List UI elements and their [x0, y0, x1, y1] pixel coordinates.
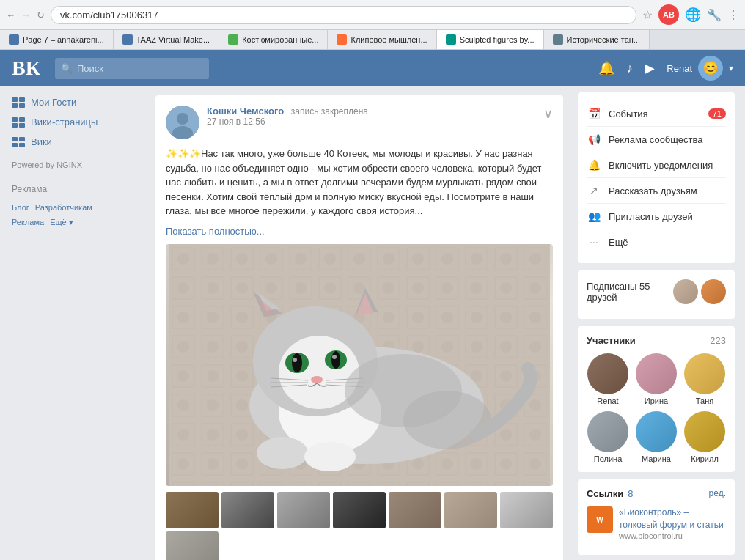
- member-marina[interactable]: Марина: [635, 411, 678, 463]
- thumbnail-8[interactable]: [166, 531, 219, 561]
- cat-main-image: [166, 244, 553, 486]
- extension-icon: AB: [658, 4, 679, 25]
- menu-item-invite[interactable]: 👥 Пригласить друзей: [587, 204, 726, 229]
- post-avatar: [166, 106, 199, 139]
- user-info[interactable]: Renat 😊 ▾: [667, 56, 733, 81]
- reload-icon[interactable]: ↻: [37, 10, 45, 21]
- forward-icon[interactable]: →: [21, 10, 31, 21]
- member-avatar-irina: [636, 353, 677, 394]
- browser-chrome: ← → ↻ vk.com/club175006317 ☆ AB 🌐 🔧 ⋮ Pa…: [0, 0, 745, 50]
- tab-0[interactable]: Page 7 – annakareni...: [0, 30, 114, 49]
- ads-icon: 📢: [587, 132, 601, 147]
- thumbnail-4[interactable]: [333, 492, 386, 528]
- thumbnail-3[interactable]: [277, 492, 330, 528]
- search-input[interactable]: [55, 58, 209, 79]
- back-icon[interactable]: ←: [6, 10, 15, 21]
- post-header: Кошки Чемского запись закреплена 27 ноя …: [166, 106, 553, 139]
- post-card: Кошки Чемского запись закреплена 27 ноя …: [155, 95, 563, 560]
- tab-4[interactable]: Sculpted figures by...: [437, 30, 544, 49]
- menu-item-notifications[interactable]: 🔔 Включить уведомления: [587, 152, 726, 178]
- sidebar-item-guests[interactable]: Мои Гости: [0, 92, 147, 112]
- right-menu-section: 📅 События 71 📢 Реклама сообщества 🔔 Вклю…: [578, 92, 735, 263]
- member-avatar-kirill: [684, 411, 725, 452]
- ad-link[interactable]: Реклама: [12, 218, 44, 227]
- url-bar[interactable]: vk.com/club175006317: [51, 6, 636, 24]
- svg-point-29: [257, 437, 308, 469]
- svg-point-21: [332, 355, 337, 359]
- member-renat[interactable]: Renat: [587, 353, 629, 405]
- thumbnail-5[interactable]: [389, 492, 441, 528]
- post-time: 27 ноя в 12:56: [207, 117, 536, 127]
- member-avatar-renat: [587, 353, 628, 394]
- header-icons: 🔔 ♪ ▶ Renat 😊 ▾: [598, 56, 733, 81]
- main-content: Кошки Чемского запись закреплена 27 ноя …: [147, 86, 572, 560]
- tab-icon-5: [553, 34, 563, 45]
- thumbnail-6[interactable]: [444, 492, 497, 528]
- notifications-icon: 🔔: [587, 158, 601, 172]
- friends-avatars: [673, 279, 726, 304]
- thumbnail-2[interactable]: [221, 492, 274, 528]
- dev-link[interactable]: Разработчикам: [35, 203, 92, 212]
- links-edit[interactable]: ред.: [709, 488, 726, 499]
- member-avatar-polina: [587, 411, 628, 452]
- wiki-icon: [12, 137, 25, 147]
- video-icon[interactable]: ▶: [645, 60, 655, 76]
- svg-point-22: [311, 376, 323, 383]
- sidebar-item-wiki[interactable]: Вики: [0, 132, 147, 152]
- member-avatar-tanya: [684, 353, 725, 394]
- link-icon-biocontrol: W: [587, 506, 613, 533]
- member-polina[interactable]: Полина: [587, 411, 629, 463]
- tab-3[interactable]: Клиповое мышлен...: [328, 30, 436, 49]
- more-link[interactable]: Ещё ▾: [50, 218, 73, 227]
- thumbnail-7[interactable]: [500, 492, 553, 528]
- link-title[interactable]: «Биоконтроль» – толковый форум и статьи: [619, 506, 726, 531]
- avatar: 😊: [698, 56, 723, 81]
- address-bar: ← → ↻ vk.com/club175006317 ☆ AB 🌐 🔧 ⋮: [0, 0, 745, 30]
- bookmark-icon[interactable]: ☆: [642, 8, 653, 22]
- tab-icon-4: [446, 34, 456, 45]
- sidebar-item-wiki-pages[interactable]: Вики-страницы: [0, 112, 147, 132]
- svg-point-18: [293, 358, 297, 362]
- show-more-link[interactable]: Показать полностью...: [166, 226, 553, 237]
- links-section: Ссылки 8 ред. W «Биоконтроль» – толковый…: [578, 479, 735, 555]
- svg-point-1: [177, 113, 188, 125]
- ad-label: Реклама: [0, 178, 147, 200]
- sidebar-item-label-guests: Мои Гости: [31, 97, 76, 108]
- member-kirill[interactable]: Кирилл: [683, 411, 726, 463]
- calendar-icon: 📅: [587, 106, 601, 121]
- svg-point-30: [304, 442, 356, 471]
- friends-section: Подписаны 55 друзей: [578, 270, 735, 319]
- link-item-biocontrol: W «Биоконтроль» – толковый форум и стать…: [587, 506, 726, 540]
- post-options[interactable]: ∨: [543, 106, 553, 122]
- invite-icon: 👥: [587, 209, 601, 224]
- svg-point-17: [292, 353, 302, 372]
- tab-5[interactable]: Исторические тан...: [544, 30, 650, 49]
- friends-label: Подписаны 55 друзей: [587, 281, 673, 303]
- sidebar-links: Блог Разработчикам: [0, 200, 147, 215]
- tab-1[interactable]: TAAZ Virtual Make...: [114, 30, 219, 49]
- dropdown-icon[interactable]: ▾: [729, 63, 733, 73]
- menu-item-more[interactable]: ··· Ещё: [587, 229, 726, 254]
- member-irina[interactable]: Ирина: [635, 353, 678, 405]
- links-header: Ссылки 8 ред.: [587, 488, 726, 499]
- post-meta: Кошки Чемского запись закреплена 27 ноя …: [207, 106, 536, 127]
- thumbnail-1[interactable]: [166, 492, 219, 528]
- post-author[interactable]: Кошки Чемского запись закреплена: [207, 106, 536, 117]
- menu-item-ads[interactable]: 📢 Реклама сообщества: [587, 127, 726, 152]
- globe-icon: 🌐: [685, 7, 701, 23]
- bell-icon[interactable]: 🔔: [598, 60, 614, 76]
- menu-item-share[interactable]: ↗ Рассказать друзьям: [587, 178, 726, 204]
- menu-item-events[interactable]: 📅 События 71: [587, 101, 726, 127]
- app-body: Мои Гости Вики-страницы Вики Powered by …: [0, 86, 745, 560]
- menu-icon[interactable]: ⋮: [727, 8, 739, 22]
- vk-logo[interactable]: ВК: [12, 56, 40, 80]
- browser-tabs: Page 7 – annakareni... TAAZ Virtual Make…: [0, 30, 745, 49]
- svg-point-20: [331, 351, 340, 369]
- music-icon[interactable]: ♪: [626, 61, 633, 76]
- member-tanya[interactable]: Таня: [683, 353, 726, 405]
- blog-link[interactable]: Блог: [12, 203, 29, 212]
- tab-2[interactable]: Костюмированные...: [219, 30, 328, 49]
- friend-avatar-1: [673, 279, 698, 304]
- post-thumbnails: [166, 492, 553, 561]
- username-label: Renat: [667, 63, 692, 74]
